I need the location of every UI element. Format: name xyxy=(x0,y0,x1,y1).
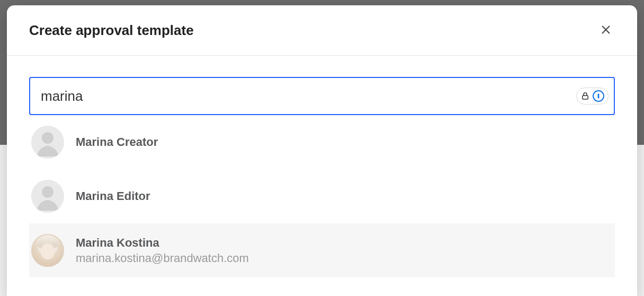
svg-rect-3 xyxy=(598,94,600,99)
autocomplete-dropdown: Marina Creator Marina EditorMarina Kosti… xyxy=(29,115,615,277)
modal-body: Marina Creator Marina EditorMarina Kosti… xyxy=(7,56,637,115)
approver-search-input[interactable] xyxy=(29,77,615,115)
avatar-photo xyxy=(31,234,64,267)
modal-header: Create approval template xyxy=(7,5,637,56)
close-button[interactable] xyxy=(597,21,615,39)
avatar-placeholder-icon xyxy=(31,180,64,213)
svg-point-5 xyxy=(42,132,53,144)
option-name: Marina Creator xyxy=(76,135,158,149)
option-email: marina.kostina@brandwatch.com xyxy=(76,251,249,265)
autocomplete-option[interactable]: Marina Kostinamarina.kostina@brandwatch.… xyxy=(29,223,615,277)
password-manager-badge[interactable] xyxy=(576,88,609,105)
option-name: Marina Editor xyxy=(76,189,150,203)
autocomplete-option[interactable]: Marina Editor xyxy=(29,169,615,223)
autocomplete-option[interactable]: Marina Creator xyxy=(29,115,615,169)
search-wrapper xyxy=(29,77,615,115)
avatar-placeholder-icon xyxy=(31,126,64,159)
option-texts: Marina Kostinamarina.kostina@brandwatch.… xyxy=(76,236,249,265)
option-texts: Marina Creator xyxy=(76,135,158,149)
option-name: Marina Kostina xyxy=(76,236,249,250)
close-icon xyxy=(600,24,612,37)
modal-title: Create approval template xyxy=(29,22,194,39)
option-texts: Marina Editor xyxy=(76,189,150,203)
lock-icon xyxy=(580,91,590,101)
onepassword-icon xyxy=(593,90,604,102)
svg-point-7 xyxy=(42,186,53,198)
create-approval-template-modal: Create approval template xyxy=(7,5,637,296)
svg-rect-2 xyxy=(583,95,588,99)
